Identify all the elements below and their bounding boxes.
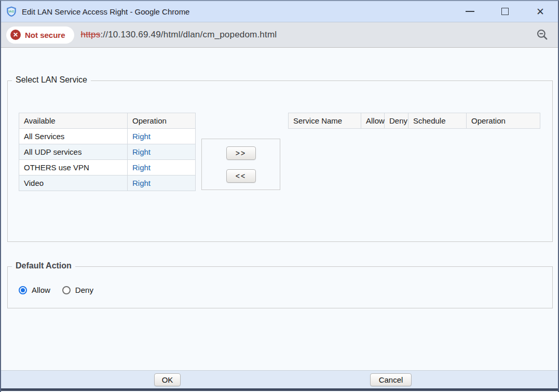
transfer-button-box: >> << (201, 139, 280, 190)
service-name-column-header: Service Name (289, 113, 361, 129)
footer-button-bar: OK Cancel (1, 370, 558, 388)
window-title: Edit LAN Service Access Right - Google C… (22, 7, 189, 16)
select-lan-service-legend: Select LAN Service (12, 75, 91, 85)
minimize-icon (466, 11, 474, 12)
service-name-cell: All UDP services (19, 144, 128, 160)
svg-text:IAG: IAG (9, 10, 15, 13)
table-row: Video Right (19, 175, 196, 191)
deny-radio-button[interactable] (62, 286, 71, 294)
operation-column-header: Operation (128, 113, 196, 129)
available-column-header: Available (19, 113, 128, 129)
title-bar[interactable]: IAG Edit LAN Service Access Right - Goog… (1, 1, 558, 22)
schedule-column-header: Schedule (408, 113, 467, 129)
table-row: All Services Right (19, 129, 196, 144)
window-controls: ✕ (452, 1, 558, 22)
url-field[interactable]: https://10.130.69.49/html/dlan/cm_popedo… (81, 30, 277, 40)
right-link[interactable]: Right (132, 147, 151, 156)
available-services-table: Available Operation All Services Right A… (19, 113, 196, 191)
zoom-button[interactable] (535, 28, 550, 42)
default-action-radio-group: Allow Deny (19, 286, 93, 294)
window-bottom-frame (1, 388, 558, 391)
service-name-cell: OTHERS use VPN (19, 160, 128, 175)
remove-service-button[interactable]: << (226, 169, 256, 183)
address-bar: ✕ Not secure https://10.130.69.49/html/d… (1, 22, 558, 48)
url-path: ://10.130.69.49/html/dlan/cm_popedom.htm… (100, 30, 277, 39)
page-content: Select LAN Service Available Operation A… (1, 48, 558, 391)
allow-radio-button[interactable] (19, 286, 27, 294)
url-scheme-strikethrough: https (81, 30, 101, 39)
service-name-cell: All Services (19, 129, 128, 144)
deny-radio-label[interactable]: Deny (75, 286, 93, 294)
allow-column-header: Allow (361, 113, 385, 129)
default-action-groupbox: Default Action Allow Deny (7, 266, 553, 308)
deny-column-header: Deny (385, 113, 408, 129)
not-secure-error-icon: ✕ (10, 30, 21, 40)
ok-button[interactable]: OK (154, 373, 181, 386)
select-lan-service-groupbox: Select LAN Service Available Operation A… (7, 80, 553, 242)
popup-window: IAG Edit LAN Service Access Right - Goog… (0, 0, 559, 392)
selected-services-table: Service Name Allow Deny Schedule Operati… (288, 113, 540, 129)
app-favicon-shield-icon: IAG (6, 6, 17, 17)
right-link[interactable]: Right (132, 179, 151, 187)
operation-column-header: Operation (467, 113, 540, 129)
allow-radio-label[interactable]: Allow (32, 286, 50, 294)
security-badge[interactable]: ✕ Not secure (6, 26, 74, 44)
default-action-legend: Default Action (12, 261, 75, 271)
allow-radio-option[interactable]: Allow (19, 286, 50, 294)
close-icon: ✕ (536, 7, 544, 17)
magnifier-minus-icon (536, 28, 549, 42)
right-link[interactable]: Right (132, 132, 151, 141)
service-name-cell: Video (19, 175, 128, 191)
table-row: OTHERS use VPN Right (19, 160, 196, 175)
maximize-button[interactable] (487, 1, 523, 22)
right-link[interactable]: Right (132, 163, 151, 172)
cancel-button[interactable]: Cancel (370, 373, 412, 386)
minimize-button[interactable] (452, 1, 487, 22)
selected-table-header-row: Service Name Allow Deny Schedule Operati… (289, 113, 540, 129)
add-service-button[interactable]: >> (226, 146, 256, 160)
deny-radio-option[interactable]: Deny (62, 286, 93, 294)
table-row: All UDP services Right (19, 144, 196, 160)
close-button[interactable]: ✕ (523, 1, 558, 22)
maximize-icon (501, 8, 509, 15)
available-table-header-row: Available Operation (19, 113, 196, 129)
security-badge-label: Not secure (25, 31, 65, 39)
